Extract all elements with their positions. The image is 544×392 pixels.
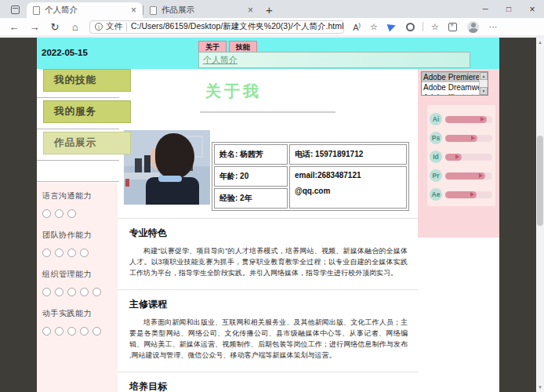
address-bar[interactable]: i 文件 C:/Users/86159/Desktop/新建文件夹%20(3)/…	[89, 20, 344, 34]
maximize-button[interactable]: □	[497, 0, 520, 18]
software-skill-row: Ae	[430, 185, 495, 204]
browser-tab-active[interactable]: 个人简介 ×	[27, 2, 143, 18]
browser-tab-inactive[interactable]: 作品展示 ×	[143, 2, 259, 18]
photo-detail	[125, 179, 129, 187]
tab-close-icon[interactable]: ×	[129, 5, 138, 16]
url-scheme-label: 文件	[106, 21, 122, 32]
content-columns: 我的技能我的服务作品展示 语言沟通能力团队协作能力组织管理能力动手实践能力 关于…	[37, 69, 499, 392]
skill-dot	[55, 209, 63, 218]
extension-icon-ring[interactable]	[406, 23, 415, 31]
resume-section: 培养目标本专业培养具有良好的人文素养、职业道德和创新意识，精益求精的工匠精神；掌…	[118, 372, 418, 392]
scroll-down-icon[interactable]: ▼	[480, 87, 488, 95]
scrollbar-up-icon[interactable]: ▲	[536, 38, 544, 47]
profile-intro-link[interactable]: 个人简介	[203, 54, 238, 66]
sidebar-soft-skills: 语言沟通能力团队协作能力组织管理能力动手实践能力	[37, 183, 118, 392]
scroll-up-icon[interactable]: ▲	[480, 72, 488, 80]
software-skill-row: Pr	[430, 166, 495, 185]
forward-icon[interactable]: →	[25, 21, 44, 33]
skill-slider-fill	[445, 172, 485, 180]
skill-dot	[92, 327, 101, 336]
page-info-icon[interactable]: i	[95, 23, 103, 31]
sidebar-button[interactable]: 我的服务	[43, 100, 131, 123]
skill-dot	[67, 288, 76, 296]
resume-section: 主修课程培养面向新闻和出版业、互联网和相关服务业、及其他新闻出版、文化工作人员；…	[118, 289, 418, 361]
email-line1: email:2683487121	[295, 171, 401, 180]
skill-slider[interactable]	[445, 154, 492, 161]
main-content: 关于我	[118, 69, 418, 392]
software-option[interactable]: Adobe Premiere	[422, 72, 479, 82]
extension-icon-blue[interactable]	[387, 22, 397, 32]
skill-dot	[67, 209, 76, 218]
sidebar-separator	[37, 181, 119, 182]
read-aloud-icon[interactable]: A	[349, 22, 364, 32]
photo-shelf-object	[144, 155, 151, 174]
browser-toolbar: ← → ↻ ⌂ i 文件 C:/Users/86159/Desktop/新建文件…	[0, 18, 544, 35]
skill-dot	[80, 288, 89, 296]
skill-slider[interactable]	[445, 135, 492, 142]
home-icon[interactable]: ⌂	[66, 21, 85, 33]
sidebar-button[interactable]: 我的技能	[43, 69, 131, 92]
skill-dot	[55, 249, 63, 257]
software-badge-ai: Ai	[430, 113, 442, 125]
collections-icon[interactable]: ☆	[427, 22, 443, 32]
settings-menu-icon[interactable]: ···	[485, 22, 501, 31]
email-cell: email:2683487121 @qq.com	[289, 166, 407, 209]
tab-actions-icon[interactable]	[6, 2, 24, 16]
software-listbox[interactable]: Adobe PremiereAdobe DreamweaverAdobe Ill…	[421, 71, 488, 96]
new-tab-button[interactable]: +	[259, 3, 279, 18]
skill-slider-fill	[445, 135, 477, 142]
sidebar-separator	[37, 160, 119, 161]
favorites-star-icon[interactable]: ☆	[366, 22, 382, 32]
phone-cell: 电话: 15971891712	[289, 144, 407, 165]
sidebar-nav: 我的技能我的服务作品展示	[37, 69, 118, 183]
close-button[interactable]: ×	[520, 0, 544, 18]
skill-dot	[42, 209, 51, 218]
skill-slider[interactable]	[445, 116, 492, 123]
software-skill-row: Id	[430, 147, 495, 166]
tab-title: 个人简介	[45, 5, 129, 16]
scrollbar-thumb[interactable]	[537, 136, 543, 226]
tab-title: 作品展示	[161, 5, 246, 16]
skill-dot	[67, 249, 76, 257]
page-doc-icon	[33, 6, 40, 15]
browser-tabstrip: 个人简介 × 作品展示 × + ─ □ ×	[0, 0, 544, 18]
profile-row: 姓名: 杨茜芳 电话: 15971891712 年龄: 20 email:268…	[118, 130, 418, 218]
listbox-scrollbar[interactable]: ▲ ▼	[479, 72, 488, 95]
back-icon[interactable]: ←	[5, 21, 24, 33]
refresh-icon[interactable]: ↻	[45, 21, 64, 33]
age-cell: 年龄: 20	[214, 166, 288, 187]
profile-avatar[interactable]	[467, 21, 479, 33]
profile-photo	[124, 130, 210, 205]
email-gap	[295, 180, 401, 187]
skill-label: 组织管理能力	[42, 269, 118, 280]
sidebar-button[interactable]: 作品展示	[43, 132, 131, 154]
skill-slider-fill	[445, 154, 462, 161]
right-sidebar: Adobe PremiereAdobe DreamweaverAdobe Ill…	[418, 69, 499, 238]
skill-dot	[42, 288, 51, 296]
skill-dot	[67, 327, 76, 336]
skill-dots	[42, 209, 118, 218]
photo-person-hair	[155, 133, 194, 179]
title-divider	[200, 111, 335, 113]
skill-slider[interactable]	[445, 172, 492, 180]
software-skill-row: Ai	[430, 110, 495, 129]
skill-dot	[55, 327, 63, 336]
tab-actions-glyph	[11, 5, 20, 14]
scrollbar-down-icon[interactable]: ▼	[536, 383, 544, 392]
toolbar-divider	[423, 22, 423, 31]
sidebar-separator	[37, 129, 119, 129]
skill-dot	[42, 327, 51, 336]
browser-chrome: 个人简介 × 作品展示 × + ─ □ × ← → ↻ ⌂ i 文件 C:/Us…	[0, 0, 544, 35]
split-screen-icon[interactable]	[448, 23, 457, 31]
tab-close-icon[interactable]: ×	[246, 5, 255, 16]
skill-dots	[42, 327, 118, 336]
resume-page: 2022-05-15 关于技能 个人简介 我的技能我的服务作品展示 语言沟通能力…	[37, 38, 499, 392]
software-option[interactable]: Adobe Illustrator	[422, 93, 479, 96]
address-separator	[126, 23, 127, 31]
minimize-button[interactable]: ─	[473, 0, 497, 18]
software-option[interactable]: Adobe Dreamweaver	[422, 82, 479, 93]
browser-scrollbar[interactable]: ▲ ▼	[536, 38, 544, 392]
url-text: C:/Users/86159/Desktop/新建文件夹%20(3)/个人简介.…	[131, 21, 344, 32]
skill-dot	[80, 327, 89, 336]
skill-slider[interactable]	[445, 191, 492, 198]
